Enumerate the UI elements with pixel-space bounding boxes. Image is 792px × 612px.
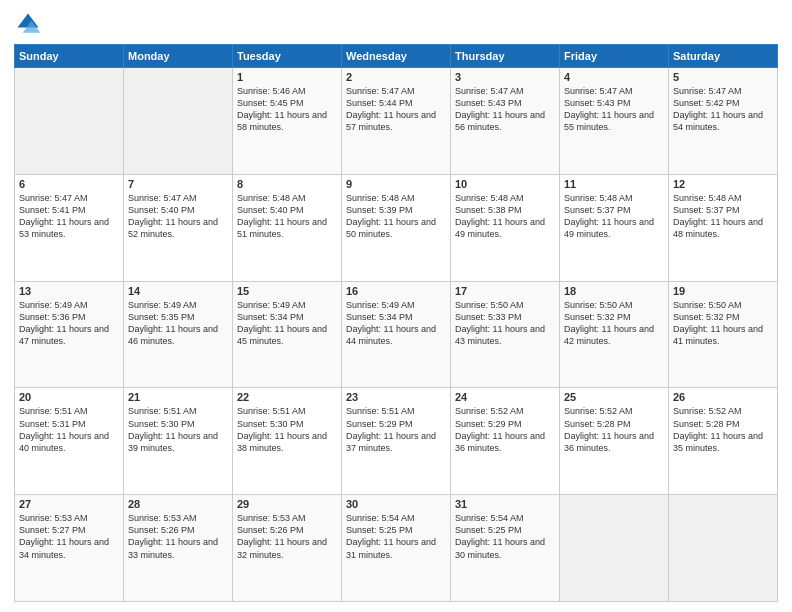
- col-header-wednesday: Wednesday: [342, 45, 451, 68]
- day-info: Sunrise: 5:52 AM Sunset: 5:29 PM Dayligh…: [455, 406, 545, 452]
- day-cell: 4Sunrise: 5:47 AM Sunset: 5:43 PM Daylig…: [560, 68, 669, 175]
- day-number: 2: [346, 71, 446, 83]
- day-cell: [560, 495, 669, 602]
- col-header-tuesday: Tuesday: [233, 45, 342, 68]
- day-number: 28: [128, 498, 228, 510]
- day-info: Sunrise: 5:49 AM Sunset: 5:34 PM Dayligh…: [237, 300, 327, 346]
- day-cell: 14Sunrise: 5:49 AM Sunset: 5:35 PM Dayli…: [124, 281, 233, 388]
- day-info: Sunrise: 5:47 AM Sunset: 5:42 PM Dayligh…: [673, 86, 763, 132]
- day-info: Sunrise: 5:52 AM Sunset: 5:28 PM Dayligh…: [564, 406, 654, 452]
- day-cell: 10Sunrise: 5:48 AM Sunset: 5:38 PM Dayli…: [451, 174, 560, 281]
- day-cell: 13Sunrise: 5:49 AM Sunset: 5:36 PM Dayli…: [15, 281, 124, 388]
- day-info: Sunrise: 5:48 AM Sunset: 5:37 PM Dayligh…: [564, 193, 654, 239]
- day-number: 30: [346, 498, 446, 510]
- col-header-thursday: Thursday: [451, 45, 560, 68]
- week-row-2: 6Sunrise: 5:47 AM Sunset: 5:41 PM Daylig…: [15, 174, 778, 281]
- day-info: Sunrise: 5:51 AM Sunset: 5:30 PM Dayligh…: [128, 406, 218, 452]
- day-cell: 3Sunrise: 5:47 AM Sunset: 5:43 PM Daylig…: [451, 68, 560, 175]
- day-cell: 11Sunrise: 5:48 AM Sunset: 5:37 PM Dayli…: [560, 174, 669, 281]
- col-header-monday: Monday: [124, 45, 233, 68]
- day-cell: 17Sunrise: 5:50 AM Sunset: 5:33 PM Dayli…: [451, 281, 560, 388]
- day-cell: 15Sunrise: 5:49 AM Sunset: 5:34 PM Dayli…: [233, 281, 342, 388]
- day-number: 31: [455, 498, 555, 510]
- logo-icon: [14, 10, 42, 38]
- day-number: 23: [346, 391, 446, 403]
- header: [14, 10, 778, 38]
- day-info: Sunrise: 5:53 AM Sunset: 5:26 PM Dayligh…: [237, 513, 327, 559]
- day-cell: 19Sunrise: 5:50 AM Sunset: 5:32 PM Dayli…: [669, 281, 778, 388]
- day-number: 12: [673, 178, 773, 190]
- day-info: Sunrise: 5:50 AM Sunset: 5:33 PM Dayligh…: [455, 300, 545, 346]
- day-cell: 16Sunrise: 5:49 AM Sunset: 5:34 PM Dayli…: [342, 281, 451, 388]
- day-info: Sunrise: 5:50 AM Sunset: 5:32 PM Dayligh…: [673, 300, 763, 346]
- day-number: 11: [564, 178, 664, 190]
- day-number: 13: [19, 285, 119, 297]
- day-info: Sunrise: 5:52 AM Sunset: 5:28 PM Dayligh…: [673, 406, 763, 452]
- calendar-header: SundayMondayTuesdayWednesdayThursdayFrid…: [15, 45, 778, 68]
- day-cell: 8Sunrise: 5:48 AM Sunset: 5:40 PM Daylig…: [233, 174, 342, 281]
- day-cell: 25Sunrise: 5:52 AM Sunset: 5:28 PM Dayli…: [560, 388, 669, 495]
- week-row-1: 1Sunrise: 5:46 AM Sunset: 5:45 PM Daylig…: [15, 68, 778, 175]
- day-info: Sunrise: 5:48 AM Sunset: 5:40 PM Dayligh…: [237, 193, 327, 239]
- day-number: 16: [346, 285, 446, 297]
- day-number: 3: [455, 71, 555, 83]
- day-number: 8: [237, 178, 337, 190]
- day-cell: 12Sunrise: 5:48 AM Sunset: 5:37 PM Dayli…: [669, 174, 778, 281]
- day-info: Sunrise: 5:50 AM Sunset: 5:32 PM Dayligh…: [564, 300, 654, 346]
- calendar-body: 1Sunrise: 5:46 AM Sunset: 5:45 PM Daylig…: [15, 68, 778, 602]
- day-info: Sunrise: 5:48 AM Sunset: 5:37 PM Dayligh…: [673, 193, 763, 239]
- day-info: Sunrise: 5:51 AM Sunset: 5:30 PM Dayligh…: [237, 406, 327, 452]
- day-info: Sunrise: 5:53 AM Sunset: 5:27 PM Dayligh…: [19, 513, 109, 559]
- day-number: 25: [564, 391, 664, 403]
- day-number: 20: [19, 391, 119, 403]
- day-info: Sunrise: 5:49 AM Sunset: 5:35 PM Dayligh…: [128, 300, 218, 346]
- day-info: Sunrise: 5:47 AM Sunset: 5:44 PM Dayligh…: [346, 86, 436, 132]
- day-cell: 1Sunrise: 5:46 AM Sunset: 5:45 PM Daylig…: [233, 68, 342, 175]
- day-cell: 28Sunrise: 5:53 AM Sunset: 5:26 PM Dayli…: [124, 495, 233, 602]
- day-cell: 22Sunrise: 5:51 AM Sunset: 5:30 PM Dayli…: [233, 388, 342, 495]
- day-number: 18: [564, 285, 664, 297]
- day-number: 27: [19, 498, 119, 510]
- day-info: Sunrise: 5:48 AM Sunset: 5:39 PM Dayligh…: [346, 193, 436, 239]
- day-number: 14: [128, 285, 228, 297]
- col-header-friday: Friday: [560, 45, 669, 68]
- day-cell: [669, 495, 778, 602]
- day-number: 29: [237, 498, 337, 510]
- day-number: 17: [455, 285, 555, 297]
- day-number: 9: [346, 178, 446, 190]
- day-cell: 24Sunrise: 5:52 AM Sunset: 5:29 PM Dayli…: [451, 388, 560, 495]
- col-header-saturday: Saturday: [669, 45, 778, 68]
- day-cell: 5Sunrise: 5:47 AM Sunset: 5:42 PM Daylig…: [669, 68, 778, 175]
- day-info: Sunrise: 5:47 AM Sunset: 5:43 PM Dayligh…: [564, 86, 654, 132]
- day-number: 26: [673, 391, 773, 403]
- day-cell: 18Sunrise: 5:50 AM Sunset: 5:32 PM Dayli…: [560, 281, 669, 388]
- day-number: 10: [455, 178, 555, 190]
- calendar-table: SundayMondayTuesdayWednesdayThursdayFrid…: [14, 44, 778, 602]
- day-number: 21: [128, 391, 228, 403]
- day-number: 15: [237, 285, 337, 297]
- week-row-4: 20Sunrise: 5:51 AM Sunset: 5:31 PM Dayli…: [15, 388, 778, 495]
- day-info: Sunrise: 5:54 AM Sunset: 5:25 PM Dayligh…: [346, 513, 436, 559]
- day-cell: 31Sunrise: 5:54 AM Sunset: 5:25 PM Dayli…: [451, 495, 560, 602]
- day-cell: 7Sunrise: 5:47 AM Sunset: 5:40 PM Daylig…: [124, 174, 233, 281]
- day-number: 19: [673, 285, 773, 297]
- day-info: Sunrise: 5:46 AM Sunset: 5:45 PM Dayligh…: [237, 86, 327, 132]
- day-cell: 29Sunrise: 5:53 AM Sunset: 5:26 PM Dayli…: [233, 495, 342, 602]
- header-row: SundayMondayTuesdayWednesdayThursdayFrid…: [15, 45, 778, 68]
- week-row-5: 27Sunrise: 5:53 AM Sunset: 5:27 PM Dayli…: [15, 495, 778, 602]
- day-cell: 2Sunrise: 5:47 AM Sunset: 5:44 PM Daylig…: [342, 68, 451, 175]
- day-info: Sunrise: 5:49 AM Sunset: 5:36 PM Dayligh…: [19, 300, 109, 346]
- day-cell: 27Sunrise: 5:53 AM Sunset: 5:27 PM Dayli…: [15, 495, 124, 602]
- day-info: Sunrise: 5:49 AM Sunset: 5:34 PM Dayligh…: [346, 300, 436, 346]
- day-number: 7: [128, 178, 228, 190]
- day-number: 22: [237, 391, 337, 403]
- day-info: Sunrise: 5:54 AM Sunset: 5:25 PM Dayligh…: [455, 513, 545, 559]
- day-cell: 6Sunrise: 5:47 AM Sunset: 5:41 PM Daylig…: [15, 174, 124, 281]
- day-cell: [15, 68, 124, 175]
- day-cell: 21Sunrise: 5:51 AM Sunset: 5:30 PM Dayli…: [124, 388, 233, 495]
- day-info: Sunrise: 5:53 AM Sunset: 5:26 PM Dayligh…: [128, 513, 218, 559]
- day-cell: 9Sunrise: 5:48 AM Sunset: 5:39 PM Daylig…: [342, 174, 451, 281]
- day-info: Sunrise: 5:51 AM Sunset: 5:31 PM Dayligh…: [19, 406, 109, 452]
- day-info: Sunrise: 5:51 AM Sunset: 5:29 PM Dayligh…: [346, 406, 436, 452]
- col-header-sunday: Sunday: [15, 45, 124, 68]
